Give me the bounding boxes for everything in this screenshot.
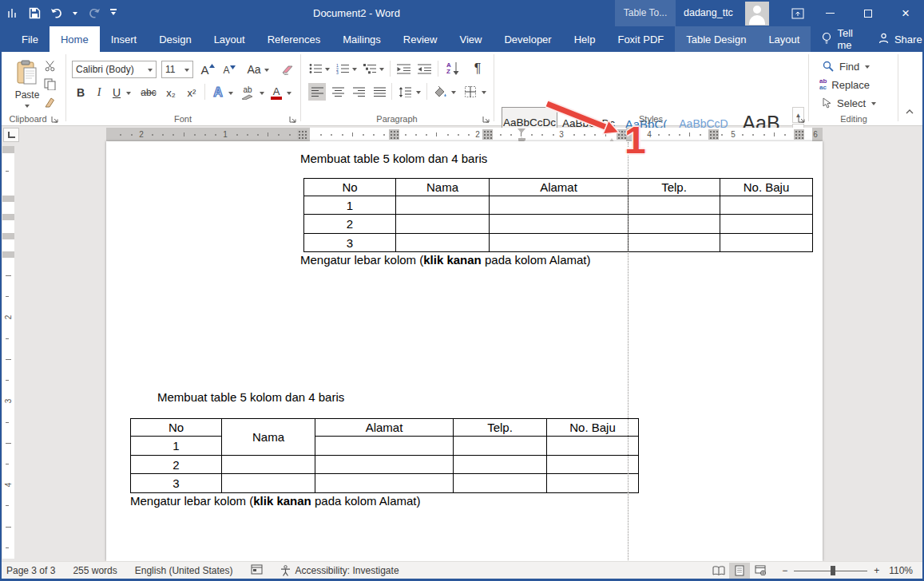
document-page[interactable]: Membuat table 5 kolom dan 4 baris No Nam… (106, 141, 823, 561)
tab-developer[interactable]: Developer (493, 26, 562, 52)
underline-dropdown-icon[interactable] (124, 84, 133, 101)
table-cell[interactable] (315, 474, 454, 493)
signed-in-user[interactable]: dadang_ttc (684, 0, 733, 26)
table-row-marker[interactable] (2, 196, 14, 202)
print-layout-icon[interactable] (729, 563, 750, 579)
borders-icon[interactable] (462, 83, 479, 101)
table-column-marker[interactable] (482, 129, 493, 140)
table-cell[interactable]: Telp. (629, 179, 720, 196)
text-effects-button[interactable]: A (209, 84, 227, 101)
numbering-dropdown-icon[interactable] (350, 61, 359, 77)
numbering-icon[interactable]: 123 (335, 61, 350, 77)
table-cell[interactable] (222, 456, 315, 474)
table-cell[interactable]: 1 (131, 437, 222, 456)
maximize-button[interactable] (850, 0, 886, 26)
table-cell[interactable]: 3 (131, 474, 222, 493)
shading-icon[interactable] (431, 83, 449, 101)
share-button[interactable]: Share (864, 26, 924, 52)
table-row-marker[interactable] (2, 251, 14, 258)
table-cell[interactable] (629, 234, 720, 252)
cut-icon[interactable] (40, 58, 59, 73)
table-cell-merged[interactable]: Nama (222, 419, 315, 456)
increase-indent-icon[interactable] (415, 61, 433, 77)
align-left-button[interactable] (308, 83, 326, 101)
page-indicator[interactable]: Page 3 of 3 (6, 565, 55, 576)
table-column-marker[interactable] (389, 129, 399, 140)
table-cell[interactable] (315, 437, 454, 456)
align-right-button[interactable] (350, 83, 367, 101)
zoom-slider-thumb[interactable] (831, 566, 835, 575)
table-cell[interactable] (490, 215, 629, 234)
borders-dropdown-icon[interactable] (479, 83, 488, 101)
h-ruler[interactable]: 2 1 2 3 4 5 6 (106, 128, 823, 141)
font-color-button[interactable]: A (268, 84, 284, 101)
table-cell[interactable] (720, 196, 813, 215)
accessibility-checker[interactable]: Accessibility: Investigate (280, 565, 399, 576)
table-column-marker[interactable] (708, 129, 719, 140)
table-cell[interactable] (396, 196, 490, 215)
font-name-combo[interactable]: Calibri (Body) (72, 61, 157, 78)
font-color-dropdown-icon[interactable] (284, 84, 294, 101)
table-cell[interactable]: No (131, 419, 222, 437)
replace-button[interactable]: ab ac Replace (819, 77, 891, 93)
zoom-slider[interactable] (794, 566, 867, 575)
sort-icon[interactable]: A Z (442, 59, 463, 78)
table-cell[interactable] (547, 456, 639, 474)
text-effects-dropdown-icon[interactable] (226, 84, 236, 101)
collapse-ribbon-icon[interactable] (902, 106, 917, 117)
line-spacing-dropdown-icon[interactable] (414, 83, 422, 101)
redo-icon[interactable] (86, 6, 101, 22)
tab-help[interactable]: Help (563, 26, 607, 52)
change-case-button[interactable]: Aa (244, 61, 272, 78)
tab-table-layout[interactable]: Layout (757, 26, 811, 52)
tab-view[interactable]: View (448, 26, 493, 52)
justify-button[interactable] (371, 83, 388, 101)
align-center-button[interactable] (329, 83, 347, 101)
grow-font-button[interactable]: A (198, 61, 217, 78)
zoom-level[interactable]: 110% (889, 565, 913, 576)
italic-button[interactable]: I (93, 84, 105, 101)
read-mode-icon[interactable] (708, 563, 729, 579)
tab-mailings[interactable]: Mailings (331, 26, 392, 52)
table-cell[interactable]: 1 (304, 196, 396, 215)
shading-dropdown-icon[interactable] (449, 83, 458, 101)
table-cell[interactable]: 2 (131, 456, 222, 474)
show-hide-pilcrow-button[interactable]: ¶ (470, 59, 486, 78)
bullets-dropdown-icon[interactable] (323, 61, 331, 77)
zoom-out-button[interactable]: − (782, 565, 787, 576)
table-cell[interactable]: Alamat (490, 179, 629, 196)
table-cell[interactable] (547, 437, 639, 456)
tab-review[interactable]: Review (392, 26, 449, 52)
tab-layout[interactable]: Layout (203, 26, 256, 52)
highlight-dropdown-icon[interactable] (257, 84, 267, 101)
v-ruler[interactable]: 2 3 4 (2, 146, 14, 559)
tab-selector[interactable] (3, 128, 19, 142)
table-cell[interactable] (396, 234, 490, 252)
styles-dialog-launcher-icon[interactable] (798, 114, 806, 122)
table-cell[interactable] (454, 456, 547, 474)
table-cell[interactable]: Nama (396, 179, 490, 196)
table-cell[interactable] (454, 474, 547, 493)
clipboard-dialog-launcher-icon[interactable] (51, 114, 59, 122)
language-indicator[interactable]: English (United States) (135, 565, 233, 576)
format-painter-icon[interactable] (40, 95, 59, 109)
user-avatar[interactable] (745, 2, 769, 26)
tab-table-design[interactable]: Table Design (675, 26, 757, 52)
superscript-button[interactable]: x² (182, 84, 201, 101)
bullets-icon[interactable] (308, 61, 323, 77)
bold-button[interactable]: B (73, 84, 88, 101)
strikethrough-button[interactable]: abc (137, 84, 160, 101)
table-cell[interactable] (396, 215, 490, 234)
table-cell[interactable] (547, 474, 639, 493)
table-cell[interactable] (222, 474, 315, 493)
table-cell[interactable] (315, 456, 454, 474)
zoom-in-button[interactable]: + (874, 565, 879, 576)
table-cell[interactable]: 3 (304, 234, 396, 252)
save-icon[interactable] (27, 6, 42, 22)
table-cell[interactable]: No (304, 179, 396, 196)
multilevel-list-icon[interactable] (363, 61, 377, 77)
close-button[interactable]: × (887, 0, 924, 26)
font-dialog-launcher-icon[interactable] (289, 114, 297, 122)
table-cell[interactable] (720, 234, 813, 252)
select-button[interactable]: Select (823, 95, 890, 111)
